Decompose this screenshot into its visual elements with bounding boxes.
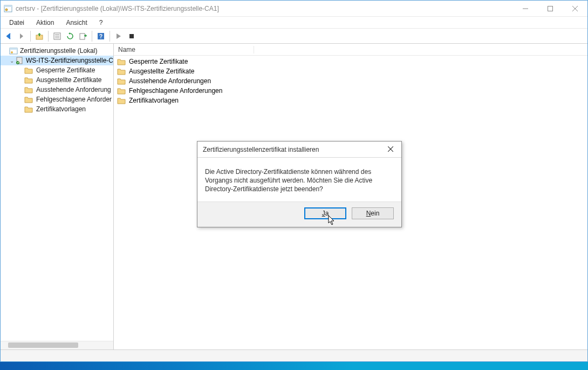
tree-child-label: Fehlgeschlagene Anforder [36,96,112,103]
list-item-label: Fehlgeschlagene Anforderungen [129,87,222,95]
window-title: certsrv - [Zertifizierungsstelle (Lokal)… [16,5,513,12]
tree-child[interactable]: Ausstehende Anforderung [1,85,113,95]
menu-aktion[interactable]: Aktion [31,18,59,28]
dialog-message: Die Active Directory-Zertifikatdienste k… [197,158,401,201]
back-button[interactable] [3,30,15,42]
tree-child-label: Zertifikatvorlagen [36,105,86,113]
yes-rest: a [325,210,329,217]
list-item[interactable]: Gesperrte Zertifikate [114,57,587,66]
tree-child-label: Ausgestellte Zertifikate [36,76,101,84]
tree-pane: Zertifizierungsstelle (Lokal) ⌄ WS-ITS-Z… [1,44,114,349]
close-button[interactable] [563,1,587,16]
list-item-label: Zertifikatvorlagen [129,97,179,104]
export-button[interactable] [77,30,89,42]
tree-root-label: Zertifizierungsstelle (Lokal) [20,47,97,55]
list-header[interactable]: Name [114,44,587,56]
play-button[interactable] [113,30,125,42]
svg-point-20 [16,62,19,64]
svg-point-2 [5,9,8,11]
svg-text:?: ? [99,33,102,39]
maximize-button[interactable] [538,1,563,16]
install-cert-dialog: Zertifizierungsstellenzertifikat install… [197,141,402,227]
tree-horizontal-scrollbar[interactable] [1,341,113,349]
ca-root-icon [9,46,18,55]
tree-child[interactable]: Fehlgeschlagene Anforder [1,95,113,104]
folder-icon [117,68,126,75]
tree-root[interactable]: Zertifizierungsstelle (Lokal) [1,46,113,56]
menu-help[interactable]: ? [94,18,108,28]
folder-icon [117,97,126,104]
folder-icon [24,96,33,103]
statusbar [1,349,587,361]
window-controls [513,1,587,16]
separator [92,31,92,42]
folder-icon [117,58,126,65]
expander-icon[interactable]: ⌄ [9,58,15,64]
list-item[interactable]: Fehlgeschlagene Anforderungen [114,86,587,96]
dialog-titlebar: Zertifizierungsstellenzertifikat install… [197,142,401,158]
menu-ansicht[interactable]: Ansicht [60,18,92,28]
tree-child[interactable]: Ausgestellte Zertifikate [1,75,113,85]
list-item[interactable]: Ausstehende Anforderungen [114,76,587,86]
toolbar: ? [1,29,587,44]
list-item-label: Gesperrte Zertifikate [129,58,188,65]
properties-button[interactable] [51,30,63,42]
dialog-yes-button[interactable]: Ja [304,207,346,219]
titlebar: certsrv - [Zertifizierungsstelle (Lokal)… [1,1,587,17]
column-name[interactable]: Name [114,46,254,53]
separator [30,31,31,42]
tree-child-label: Gesperrte Zertifikate [36,66,95,74]
forward-button[interactable] [16,30,28,42]
app-icon [4,4,12,13]
folder-icon [24,105,33,113]
svg-rect-1 [4,5,12,7]
help-button[interactable]: ? [95,30,107,42]
separator [110,31,110,42]
dialog-buttons: Ja Nein [197,201,401,227]
dialog-title: Zertifizierungsstellenzertifikat install… [203,146,385,153]
tree-child-label: Ausstehende Anforderung [36,86,111,93]
menu-datei[interactable]: Datei [4,18,30,28]
folder-icon [24,66,33,74]
taskbar [0,362,588,370]
scrollbar-thumb[interactable] [8,342,78,348]
list-item-label: Ausstehende Anforderungen [129,77,211,85]
list-item-label: Ausgestellte Zertifikate [129,68,194,75]
folder-icon [117,77,126,85]
svg-rect-15 [129,34,134,38]
refresh-button[interactable] [64,30,76,42]
menubar: Datei Aktion Ansicht ? [1,17,587,29]
svg-rect-4 [548,6,553,11]
no-rest: ein [371,210,379,217]
tree-child[interactable]: Gesperrte Zertifikate [1,65,113,75]
up-folder-button[interactable] [33,30,45,42]
dialog-close-button[interactable] [385,146,396,153]
folder-icon [24,86,33,93]
svg-rect-12 [80,33,85,39]
svg-point-18 [11,51,13,53]
folder-icon [24,76,33,84]
ca-server-icon [15,56,24,65]
separator [48,31,49,42]
list-item[interactable]: Zertifikatvorlagen [114,96,587,105]
folder-icon [117,87,126,95]
tree[interactable]: Zertifizierungsstelle (Lokal) ⌄ WS-ITS-Z… [1,44,113,341]
svg-rect-17 [10,48,17,50]
tree-ca-node[interactable]: ⌄ WS-ITS-Zertifizierungsstelle-C [1,56,113,65]
tree-ca-label: WS-ITS-Zertifizierungsstelle-C [26,57,113,64]
minimize-button[interactable] [513,1,538,16]
dialog-no-button[interactable]: Nein [352,207,394,219]
stop-button[interactable] [126,30,138,42]
list-item[interactable]: Ausgestellte Zertifikate [114,66,587,76]
tree-child[interactable]: Zertifikatvorlagen [1,104,113,114]
